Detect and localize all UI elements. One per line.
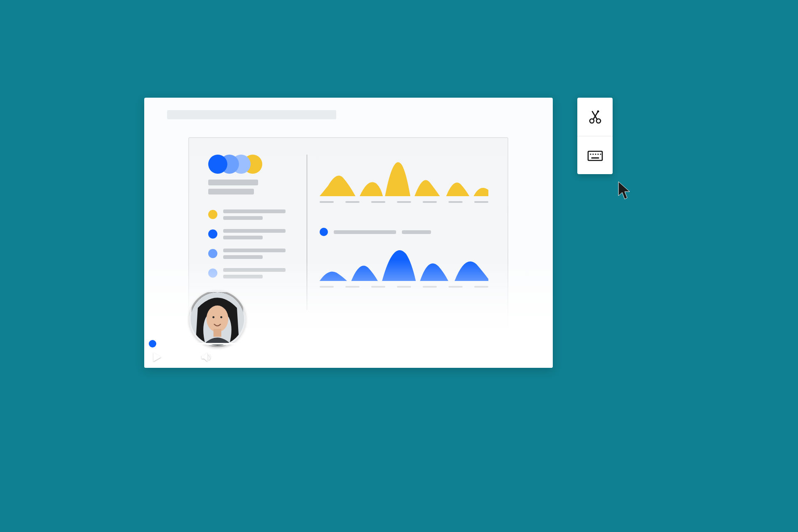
mouse-cursor-icon — [617, 181, 632, 200]
legend-dot-blue-lighter — [208, 268, 217, 278]
placeholder-bar — [334, 230, 396, 234]
bubble-blue-1 — [208, 155, 227, 174]
spark-chart-blue — [320, 228, 488, 288]
axis-ticks — [320, 201, 488, 203]
axis-ticks — [320, 286, 488, 288]
legend-dot-yellow — [208, 210, 217, 219]
series-dot-icon — [320, 228, 328, 236]
placeholder-bar — [223, 275, 263, 278]
color-bubbles — [208, 155, 294, 174]
placeholder-bar — [223, 255, 263, 259]
legend — [208, 209, 294, 278]
slide-right-column — [315, 155, 488, 310]
legend-dot-blue — [208, 229, 217, 239]
placeholder-title-bar — [167, 110, 336, 119]
legend-item — [208, 268, 294, 278]
slide-left-column — [208, 155, 307, 310]
trim-button[interactable] — [577, 98, 613, 136]
legend-item — [208, 229, 294, 239]
legend-dot-blue-light — [208, 249, 217, 258]
placeholder-bar — [208, 180, 258, 185]
placeholder-bar — [223, 249, 286, 252]
svg-point-10 — [597, 111, 599, 113]
video-controls: 1.00x 0:00 / 01:14 — [144, 332, 553, 368]
slide-divider — [307, 155, 307, 310]
playback-speed[interactable]: 1.00x — [171, 352, 192, 362]
current-time: 0:00 — [498, 352, 515, 362]
time-display: 0:00 / 01:14 — [498, 352, 544, 362]
placeholder-bar — [223, 229, 286, 233]
svg-line-8 — [593, 111, 598, 119]
legend-item — [208, 209, 294, 220]
svg-line-9 — [592, 111, 597, 119]
duration: 01:14 — [522, 352, 544, 362]
legend-item — [208, 249, 294, 259]
placeholder-bar — [402, 230, 431, 234]
scissors-icon — [588, 109, 603, 124]
svg-point-4 — [212, 316, 214, 318]
video-card: 1.00x 0:00 / 01:14 — [144, 98, 553, 368]
time-separator: / — [515, 352, 523, 362]
svg-rect-11 — [588, 151, 602, 160]
series-label — [320, 228, 488, 236]
keyboard-button[interactable] — [577, 136, 613, 174]
volume-button[interactable] — [201, 352, 213, 362]
play-button[interactable] — [153, 352, 162, 362]
floating-toolbar — [577, 98, 613, 174]
play-icon — [153, 352, 162, 362]
progress-handle[interactable] — [149, 340, 156, 347]
svg-point-5 — [220, 316, 222, 318]
placeholder-bar — [223, 268, 286, 272]
svg-point-2 — [207, 305, 229, 332]
keyboard-icon — [587, 150, 603, 161]
placeholder-bar — [223, 209, 286, 213]
placeholder-bar — [223, 216, 263, 220]
spark-chart-yellow — [320, 155, 488, 203]
progress-bar[interactable] — [153, 343, 544, 345]
volume-icon — [201, 352, 213, 362]
placeholder-bar — [223, 236, 263, 239]
mouse-cursor — [617, 181, 632, 200]
placeholder-bar — [208, 189, 254, 195]
